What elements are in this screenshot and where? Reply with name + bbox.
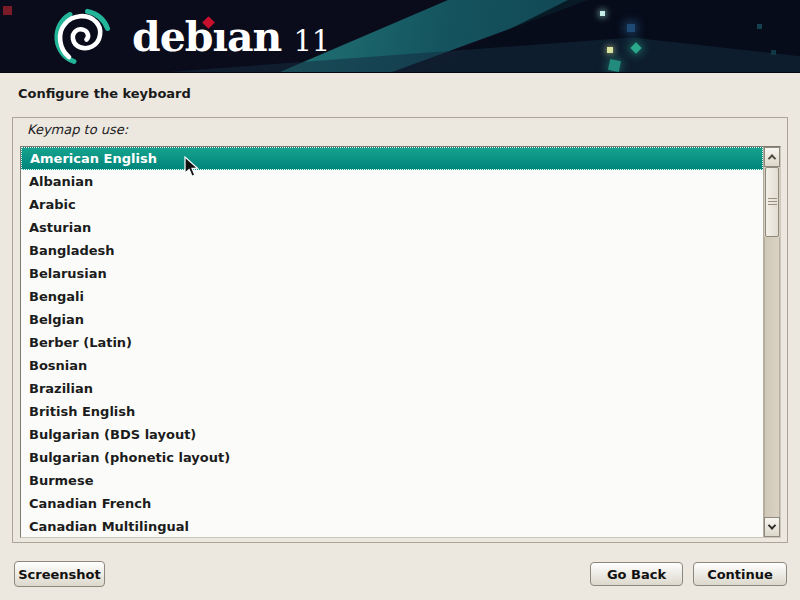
list-item[interactable]: Bulgarian (phonetic layout): [21, 446, 763, 469]
list-item[interactable]: Berber (Latin): [21, 331, 763, 354]
corner-red-square: [3, 6, 12, 15]
screenshot-button[interactable]: Screenshot: [14, 561, 105, 587]
scrollbar-track[interactable]: [764, 237, 780, 517]
list-item[interactable]: Asturian: [21, 216, 763, 239]
scroll-down-button[interactable]: [764, 517, 780, 537]
list-item[interactable]: Belarusian: [21, 262, 763, 285]
thumb-grip-icon: [768, 198, 777, 206]
keymap-frame-label: Keymap to use:: [27, 122, 128, 137]
page-title: Configure the keyboard: [18, 86, 191, 101]
list-item[interactable]: Canadian French: [21, 492, 763, 515]
list-item[interactable]: American English: [21, 147, 763, 170]
keymap-listbox: American EnglishAlbanianArabicAsturianBa…: [20, 146, 781, 538]
deco-square: [608, 59, 621, 72]
installer-banner: debıan11: [0, 0, 800, 73]
list-item[interactable]: Bengali: [21, 285, 763, 308]
version-text: 11: [293, 24, 330, 58]
scrollbar[interactable]: [763, 147, 780, 537]
deco-square: [607, 47, 613, 53]
go-back-button[interactable]: Go Back: [590, 562, 683, 586]
list-item[interactable]: Bulgarian (BDS layout): [21, 423, 763, 446]
list-item[interactable]: Canadian Multilingual: [21, 515, 763, 537]
chevron-down-icon: [768, 521, 776, 529]
list-item[interactable]: Albanian: [21, 170, 763, 193]
continue-button[interactable]: Continue: [693, 562, 787, 586]
deco-square: [600, 11, 605, 16]
list-item[interactable]: Belgian: [21, 308, 763, 331]
deco-square: [771, 50, 776, 55]
list-item[interactable]: British English: [21, 400, 763, 423]
debian-swirl-icon: [46, 8, 120, 68]
list-item[interactable]: Bosnian: [21, 354, 763, 377]
chevron-up-icon: [768, 154, 776, 162]
wordmark: debıan11: [132, 8, 330, 66]
scrollbar-thumb[interactable]: [765, 167, 779, 237]
list-item[interactable]: Burmese: [21, 469, 763, 492]
list-item[interactable]: Brazilian: [21, 377, 763, 400]
list-item[interactable]: Arabic: [21, 193, 763, 216]
keymap-list: American EnglishAlbanianArabicAsturianBa…: [21, 147, 763, 537]
list-item[interactable]: Bangladesh: [21, 239, 763, 262]
deco-square: [627, 24, 635, 32]
deco-square: [757, 24, 762, 29]
scroll-up-button[interactable]: [764, 147, 780, 167]
